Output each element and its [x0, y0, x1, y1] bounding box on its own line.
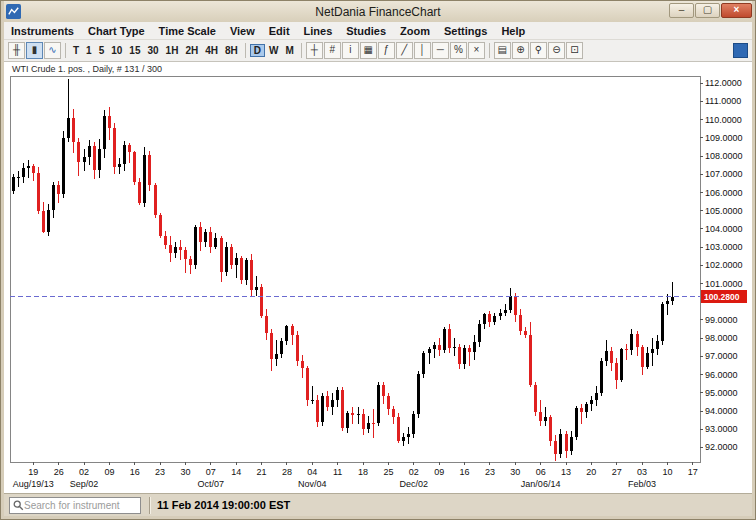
- info-icon[interactable]: i: [342, 42, 359, 59]
- candle-body: [570, 437, 573, 451]
- vertical-line-icon[interactable]: │: [414, 42, 431, 59]
- candle-body: [534, 385, 537, 412]
- data-window-icon[interactable]: ▦: [360, 42, 377, 59]
- menu-help[interactable]: Help: [494, 24, 532, 38]
- candle-body: [590, 400, 593, 404]
- menu-lines[interactable]: Lines: [297, 24, 340, 38]
- timeframe-4h-button[interactable]: 4H: [202, 44, 221, 57]
- horizontal-line-icon[interactable]: ─: [432, 42, 449, 59]
- candle-body: [402, 437, 405, 440]
- chart-svg[interactable]: 112.0000111.0000110.0000109.0000108.0000…: [4, 62, 752, 493]
- y-axis-label: 112.0000: [705, 78, 742, 88]
- timeframe-8h-button[interactable]: 8H: [222, 44, 241, 57]
- candle-body: [493, 316, 496, 322]
- candle-body: [565, 434, 568, 451]
- fibonacci-icon[interactable]: %: [450, 42, 467, 59]
- timeframe-1-button[interactable]: 1: [83, 44, 95, 57]
- x-axis-day-label: 07: [206, 467, 216, 477]
- x-axis-month-label: Jan/06/14: [521, 479, 561, 489]
- candle-body: [524, 331, 527, 335]
- title-bar[interactable]: NetDania FinanceChart – ▢ ×: [4, 1, 752, 22]
- candle-body: [412, 414, 415, 434]
- zoom-in-icon[interactable]: ⊕: [512, 42, 529, 59]
- candle-body: [656, 341, 659, 349]
- candle-body: [128, 145, 131, 152]
- candle-body: [438, 345, 441, 351]
- candle-body: [377, 385, 380, 423]
- menu-chart-type[interactable]: Chart Type: [81, 24, 152, 38]
- crosshair-icon[interactable]: ┼: [306, 42, 323, 59]
- candle-body: [296, 335, 299, 361]
- x-axis-day-label: 10: [662, 467, 672, 477]
- status-bar: 11 Feb 2014 19:00:00 EST: [4, 493, 752, 516]
- timeframe-5-button[interactable]: 5: [96, 44, 108, 57]
- candle-body: [220, 238, 223, 272]
- candle-body: [32, 166, 35, 173]
- candle-body: [194, 227, 197, 265]
- x-axis-day-label: 25: [383, 467, 393, 477]
- menu-edit[interactable]: Edit: [262, 24, 297, 38]
- timeframe-15-button[interactable]: 15: [126, 44, 143, 57]
- candle-body: [346, 413, 349, 428]
- minimize-button[interactable]: –: [669, 3, 694, 18]
- x-axis-day-label: 03: [637, 467, 647, 477]
- candle-body: [57, 185, 60, 194]
- timeframe-10-button[interactable]: 10: [108, 44, 125, 57]
- menu-zoom[interactable]: Zoom: [393, 24, 437, 38]
- candle-body: [483, 314, 486, 324]
- candle-body: [336, 390, 339, 400]
- candle-body: [179, 247, 182, 250]
- y-axis-label: 111.0000: [705, 96, 741, 106]
- candle-body: [600, 361, 603, 393]
- timeframe-2h-button[interactable]: 2H: [182, 44, 201, 57]
- instrument-search[interactable]: [9, 497, 141, 514]
- period-d-button[interactable]: D: [250, 44, 265, 57]
- trendline-icon[interactable]: ╱: [396, 42, 413, 59]
- panel-toggle-button[interactable]: [733, 43, 748, 58]
- candle-body: [671, 297, 674, 301]
- candle-body: [37, 173, 40, 212]
- indicators-icon[interactable]: ƒ: [378, 42, 395, 59]
- candle-body: [77, 142, 80, 163]
- statusbar-divider: [149, 497, 151, 514]
- timeframe-1h-button[interactable]: 1H: [163, 44, 182, 57]
- timeframe-t-button[interactable]: T: [70, 44, 82, 57]
- maximize-button[interactable]: ▢: [695, 3, 720, 18]
- x-axis-day-label: 16: [460, 467, 470, 477]
- grid-icon[interactable]: #: [324, 42, 341, 59]
- candle-body: [636, 334, 639, 347]
- menu-settings[interactable]: Settings: [437, 24, 494, 38]
- delete-lines-icon[interactable]: ×: [468, 42, 485, 59]
- zoom-reset-icon[interactable]: ⊡: [566, 42, 583, 59]
- menu-view[interactable]: View: [223, 24, 262, 38]
- x-axis-day-label: 02: [79, 467, 89, 477]
- toolbar-separator: [245, 43, 246, 58]
- candle-body: [357, 414, 360, 415]
- candle-body: [240, 258, 243, 280]
- candle-body: [544, 417, 547, 421]
- magnifier-icon[interactable]: ⚲: [530, 42, 547, 59]
- print-icon[interactable]: ▤: [494, 42, 511, 59]
- candle-body: [514, 296, 517, 315]
- x-axis-day-label: 14: [231, 467, 241, 477]
- menu-instruments[interactable]: Instruments: [4, 24, 81, 38]
- close-button[interactable]: ×: [721, 3, 752, 18]
- candle-body: [123, 145, 126, 164]
- candle-body: [164, 236, 167, 244]
- line-chart-icon[interactable]: ∿: [44, 42, 61, 59]
- timeframe-30-button[interactable]: 30: [144, 44, 161, 57]
- menu-time-scale[interactable]: Time Scale: [152, 24, 223, 38]
- x-axis-day-label: 16: [130, 467, 140, 477]
- candle-body: [620, 349, 623, 380]
- menu-studies[interactable]: Studies: [339, 24, 393, 38]
- period-w-button[interactable]: W: [266, 44, 281, 57]
- ohlc-bars-icon[interactable]: ╫: [8, 42, 25, 59]
- y-axis-label: 101.0000: [705, 279, 743, 289]
- search-input[interactable]: [24, 500, 137, 511]
- y-axis-label: 108.0000: [705, 151, 743, 161]
- period-m-button[interactable]: M: [282, 44, 296, 57]
- candle-body: [250, 260, 253, 289]
- candlestick-icon[interactable]: ▮: [26, 42, 43, 59]
- candle-body: [93, 146, 96, 170]
- zoom-out-icon[interactable]: ⊖: [548, 42, 565, 59]
